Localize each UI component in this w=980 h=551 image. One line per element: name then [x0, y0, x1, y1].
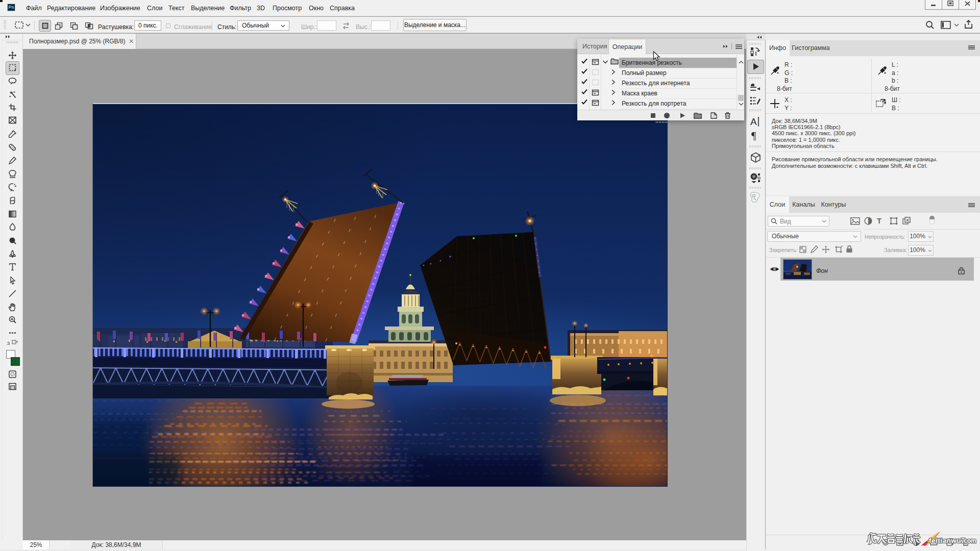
svg-text:com: com — [964, 537, 976, 544]
svg-text:¶: ¶ — [751, 130, 756, 141]
svg-text:A: A — [750, 116, 757, 127]
svg-text:feitianwu7: feitianwu7 — [929, 537, 965, 544]
